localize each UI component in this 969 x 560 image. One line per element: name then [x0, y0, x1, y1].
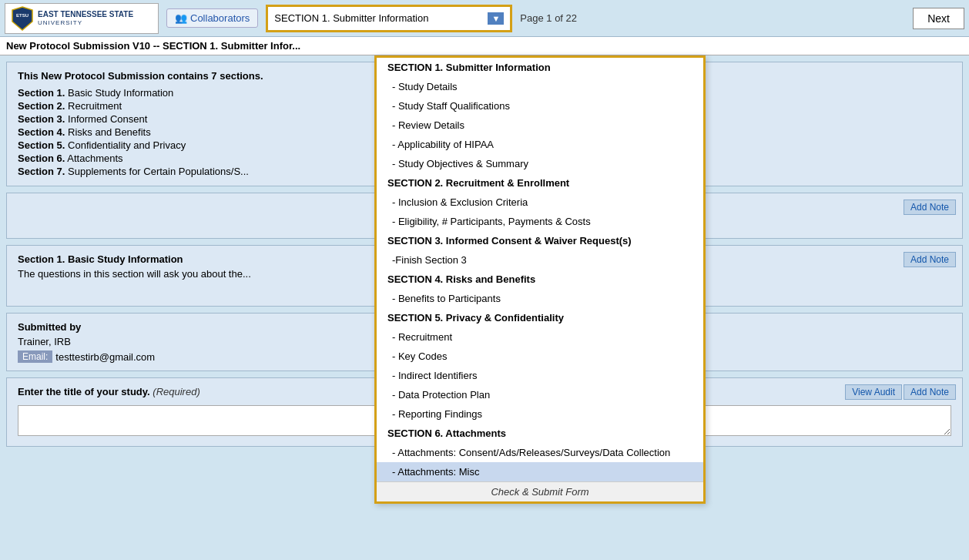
dropdown-menu-item[interactable]: - Key Codes — [377, 347, 703, 366]
dropdown-menu-item[interactable]: - Applicability of HIPAA — [377, 135, 703, 154]
logo-text: EAST TENNESSEE STATE UNIVERSITY — [38, 10, 133, 27]
svg-marker-0 — [12, 7, 32, 30]
dropdown-menu-item[interactable]: SECTION 6. Attachments — [377, 424, 703, 443]
collaborators-button[interactable]: 👥 Collaborators — [166, 8, 258, 28]
email-label: Email: — [18, 350, 52, 363]
view-audit-button-study-title[interactable]: View Audit — [845, 384, 902, 400]
add-note-label-study: Add Note — [910, 387, 949, 397]
dropdown-menu-item[interactable]: SECTION 4. Risks and Benefits — [377, 270, 703, 289]
dropdown-menu-item[interactable]: - Benefits to Participants — [377, 289, 703, 308]
logo-area: ETSU EAST TENNESSEE STATE UNIVERSITY — [5, 3, 159, 34]
email-value: testtestirb@gmail.com — [55, 351, 155, 363]
dropdown-menu-item[interactable]: SECTION 3. Informed Consent & Waiver Req… — [377, 231, 703, 250]
dropdown-menu: SECTION 1. Submitter Information- Study … — [374, 55, 706, 504]
dropdown-menu-item[interactable]: SECTION 5. Privacy & Confidentiality — [377, 308, 703, 327]
dropdown-arrow-icon: ▼ — [488, 12, 504, 25]
add-note-button-section1[interactable]: Add Note — [904, 252, 956, 267]
header-bar: ETSU EAST TENNESSEE STATE UNIVERSITY 👥 C… — [0, 0, 969, 37]
page-title-bar: New Protocol Submission V10 -- SECTION 1… — [0, 37, 969, 55]
add-note-button-study-title[interactable]: Add Note — [904, 384, 956, 400]
view-audit-label-study: View Audit — [852, 387, 895, 397]
dropdown-menu-item[interactable]: SECTION 2. Recruitment & Enrollment — [377, 173, 703, 193]
section-dropdown-label: SECTION 1. Submitter Information — [274, 12, 428, 24]
next-label: Next — [927, 12, 950, 25]
add-note-button-top[interactable]: Add Note — [904, 200, 956, 215]
add-note-label-s1: Add Note — [910, 254, 949, 265]
add-note-label-top: Add Note — [910, 202, 949, 213]
study-title-label-text: Enter the title of your study. — [18, 386, 150, 397]
dropdown-menu-item[interactable]: Check & Submit Form — [377, 481, 703, 501]
dropdown-menu-item[interactable]: - Study Staff Qualifications — [377, 96, 703, 116]
dropdown-menu-item[interactable]: SECTION 1. Submitter Information — [377, 58, 703, 77]
required-tag: (Required) — [153, 386, 200, 397]
dropdown-menu-item[interactable]: - Study Objectives & Summary — [377, 154, 703, 173]
dropdown-menu-item[interactable]: - Reporting Findings — [377, 404, 703, 424]
page-indicator-text: Page 1 of 22 — [520, 12, 577, 24]
dropdown-menu-item[interactable]: - Inclusion & Exclusion Criteria — [377, 193, 703, 212]
section-dropdown-button[interactable]: SECTION 1. Submitter Information ▼ — [266, 5, 512, 32]
svg-text:ETSU: ETSU — [16, 13, 28, 18]
page-indicator: Page 1 of 22 — [520, 12, 577, 24]
main-content: This New Protocol Submission contains 7 … — [0, 55, 969, 459]
dropdown-menu-item[interactable]: - Attachments: Misc — [377, 462, 703, 481]
dropdown-menu-item[interactable]: - Indirect Identifiers — [377, 366, 703, 385]
next-button[interactable]: Next — [913, 8, 964, 29]
section-dropdown-wrapper: SECTION 1. Submitter Information ▼ — [266, 5, 512, 32]
dropdown-menu-item[interactable]: -Finish Section 3 — [377, 250, 703, 270]
collaborators-label: Collaborators — [190, 12, 250, 24]
dropdown-menu-item[interactable]: - Attachments: Consent/Ads/Releases/Surv… — [377, 443, 703, 462]
dropdown-menu-item[interactable]: - Eligibility, # Participants, Payments … — [377, 212, 703, 231]
page-title: New Protocol Submission V10 -- SECTION 1… — [6, 40, 300, 52]
dropdown-menu-item[interactable]: - Recruitment — [377, 327, 703, 347]
logo-line2: UNIVERSITY — [38, 19, 133, 27]
logo-line1: EAST TENNESSEE STATE — [38, 10, 133, 19]
collaborators-icon: 👥 — [175, 12, 187, 24]
dropdown-menu-item[interactable]: - Study Details — [377, 77, 703, 96]
dropdown-menu-item[interactable]: - Review Details — [377, 116, 703, 135]
dropdown-menu-item[interactable]: - Data Protection Plan — [377, 385, 703, 404]
etsu-shield-icon: ETSU — [12, 6, 33, 31]
